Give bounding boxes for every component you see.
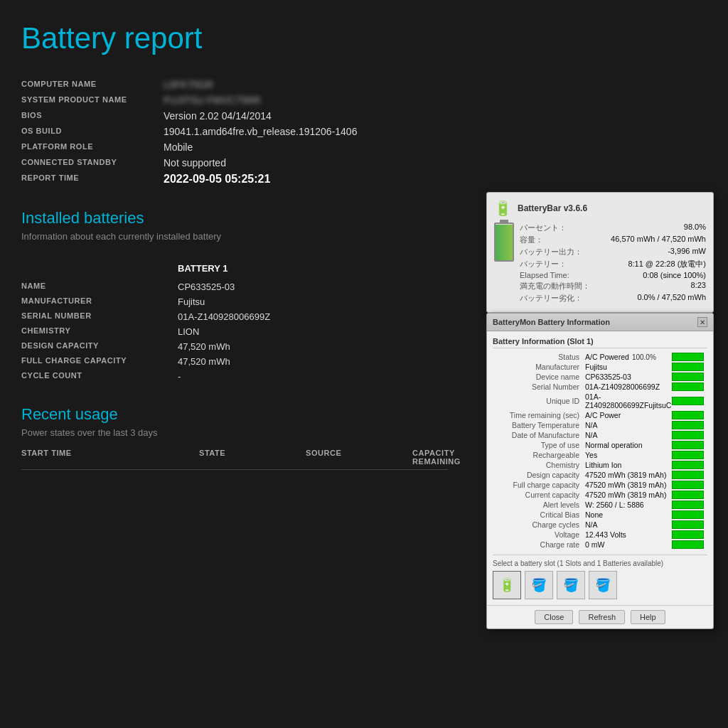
usage-col-state: STATE (199, 449, 306, 466)
bm-row-label: Rechargeable (493, 451, 585, 459)
battery-slot-4[interactable]: 🪣 (589, 571, 617, 599)
battery-icon (494, 223, 514, 262)
battery-info-row: CYCLE COUNT- (21, 369, 448, 384)
bm-row-label: Voltage (493, 530, 585, 539)
system-info-row: SYSTEM PRODUCT NAMEFUJITSU FMVC75RR (21, 92, 448, 108)
recent-usage-title: Recent usage (21, 405, 448, 424)
batterybar-info-row: 容量：46,570 mWh / 47,520 mWh (520, 235, 706, 245)
batterymon-info-row: Device name CP633525-03 (493, 373, 707, 381)
battery-info-row: FULL CHARGE CAPACITY47,520 mWh (21, 354, 448, 369)
batterymon-titlebar: BatteryMon Battery Information ✕ (487, 314, 713, 331)
batterybar-info-row: パーセント：98.0% (520, 223, 706, 233)
battery-slot-2[interactable]: 🪣 (525, 571, 553, 599)
system-info-value: 2022-09-05 05:25:21 (164, 171, 448, 188)
batterymon-close-btn[interactable]: Close (535, 610, 573, 624)
batterybar-info: パーセント：98.0%容量：46,570 mWh / 47,520 mWhバッテ… (520, 223, 706, 305)
battery-info-value: CP633525-03 (164, 279, 448, 294)
system-info-row: CONNECTED STANDBYNot supported (21, 155, 448, 171)
batterymon-help-btn[interactable]: Help (631, 610, 665, 624)
bm-bar (672, 481, 704, 489)
bm-row-label: Unique ID (493, 397, 585, 405)
batterybar-row-value: -3,996 mW (668, 247, 706, 257)
bm-row-label: Charge rate (493, 540, 585, 549)
system-info-table: COMPUTER NAMEL0FK75GRSYSTEM PRODUCT NAME… (21, 77, 448, 188)
bm-row-value: 12.443 Volts (585, 530, 672, 539)
bm-bar (672, 363, 704, 371)
batterybar-row-value: 0.0% / 47,520 mWh (637, 293, 706, 304)
bm-row-value: Normal operation (585, 441, 672, 449)
system-info-key: SYSTEM PRODUCT NAME (21, 92, 164, 108)
bm-row-label: Device name (493, 373, 585, 381)
system-info-key: REPORT TIME (21, 171, 164, 188)
bm-row-label: Design capacity (493, 471, 585, 479)
batterymon-title-text: BatteryMon Battery Information (493, 318, 610, 326)
bm-row-label: Type of use (493, 441, 585, 449)
battery-fill (496, 225, 513, 260)
bm-bar (672, 510, 704, 519)
batterymon-refresh-btn[interactable]: Refresh (579, 610, 625, 624)
batterymon-info-row: Current capacity 47520 mWh (3819 mAh) (493, 491, 707, 499)
battery-info-key: SERIAL NUMBER (21, 309, 164, 324)
battery-info-key: CYCLE COUNT (21, 369, 164, 384)
batterymon-info-row: Design capacity 47520 mWh (3819 mAh) (493, 471, 707, 479)
batterymon-info-row: Type of use Normal operation (493, 441, 707, 449)
battery-info-row: SERIAL NUMBER01A-Z140928006699Z (21, 309, 448, 324)
bm-row-label: Manufacturer (493, 363, 585, 371)
battery-info-key: NAME (21, 279, 164, 294)
system-info-value: Version 2.02 04/14/2014 (164, 108, 448, 124)
system-info-value: L0FK75GR (164, 77, 448, 92)
batterymon-slot-header: Battery Information (Slot 1) (493, 337, 707, 348)
batterymon-info-row: Alert levels W: 2560 / L: 5886 (493, 500, 707, 509)
bm-bar (672, 471, 704, 479)
batterybar-row-label: パーセント： (520, 223, 567, 233)
batterybar-row-label: 満充電の動作時間： (520, 281, 590, 291)
bm-row-label: Critical Bias (493, 510, 585, 519)
battery-slot-1[interactable]: 🔋 (493, 571, 521, 599)
batterymon-slot-section: Select a battery slot (1 Slots and 1 Bat… (493, 555, 707, 599)
usage-table-header: START TIME STATE SOURCE CAPACITY REMAINI… (21, 449, 448, 470)
batterybar-row-label: 容量： (520, 235, 543, 245)
bm-row-label: Charge cycles (493, 520, 585, 529)
batterybar-row-label: バッテリー： (520, 259, 567, 269)
bm-row-label: Battery Temperature (493, 421, 585, 429)
system-info-value: FUJITSU FMVC75RR (164, 92, 448, 108)
batterybar-row-label: バッテリー劣化： (520, 293, 582, 304)
battery-slot-3[interactable]: 🪣 (557, 571, 585, 599)
system-info-key: OS BUILD (21, 124, 164, 139)
battery-info-row: NAMECP633525-03 (21, 279, 448, 294)
bm-row-value: A/C Powered100.0% (585, 353, 672, 361)
batterymon-close-button[interactable]: ✕ (697, 317, 707, 327)
batterybar-row-value: 8:11 @ 22:28 (放電中) (628, 259, 706, 269)
bm-bar (672, 382, 704, 391)
page-title: Battery report (21, 21, 448, 55)
batterymon-info-row: Voltage 12.443 Volts (493, 530, 707, 539)
batterymon-info-row: Full charge capacity 47520 mWh (3819 mAh… (493, 481, 707, 489)
system-info-row: OS BUILD19041.1.amd64fre.vb_release.1912… (21, 124, 448, 139)
bm-row-value: N/A (585, 421, 672, 429)
bm-row-value: 01A-Z140928006699Z (585, 382, 672, 391)
installed-batteries-subtitle: Information about each currently install… (21, 231, 448, 242)
batterymon-info-row: Critical Bias None (493, 510, 707, 519)
system-info-row: BIOSVersion 2.02 04/14/2014 (21, 108, 448, 124)
batterymon-info-row: Chemistry Lithium Ion (493, 461, 707, 469)
system-info-key: CONNECTED STANDBY (21, 155, 164, 171)
bm-row-label: Alert levels (493, 500, 585, 509)
bm-bar (672, 520, 704, 529)
batterymon-body: Battery Information (Slot 1) Status A/C … (487, 331, 713, 605)
bm-bar (672, 451, 704, 459)
system-info-row: COMPUTER NAMEL0FK75GR (21, 77, 448, 92)
bm-bar (672, 411, 704, 419)
bm-bar (672, 461, 704, 469)
batterybar-row-label: Elapsed Time: (520, 271, 569, 279)
system-info-value: 19041.1.amd64fre.vb_release.191206-1406 (164, 124, 448, 139)
battery-column-header: BATTERY 1 (164, 259, 448, 279)
main-container: Battery report COMPUTER NAMEL0FK75GRSYST… (0, 0, 469, 484)
batterymon-popup: BatteryMon Battery Information ✕ Battery… (486, 313, 714, 629)
batterybar-info-row: Elapsed Time:0:08 (since 100%) (520, 271, 706, 279)
usage-col-source: SOURCE (306, 449, 412, 466)
batterybar-row-value: 0:08 (since 100%) (643, 271, 706, 279)
batterybar-info-row: バッテリー：8:11 @ 22:28 (放電中) (520, 259, 706, 269)
battery-info-value: LION (164, 324, 448, 339)
bm-bar (672, 353, 704, 361)
bm-row-label: Chemistry (493, 461, 585, 469)
